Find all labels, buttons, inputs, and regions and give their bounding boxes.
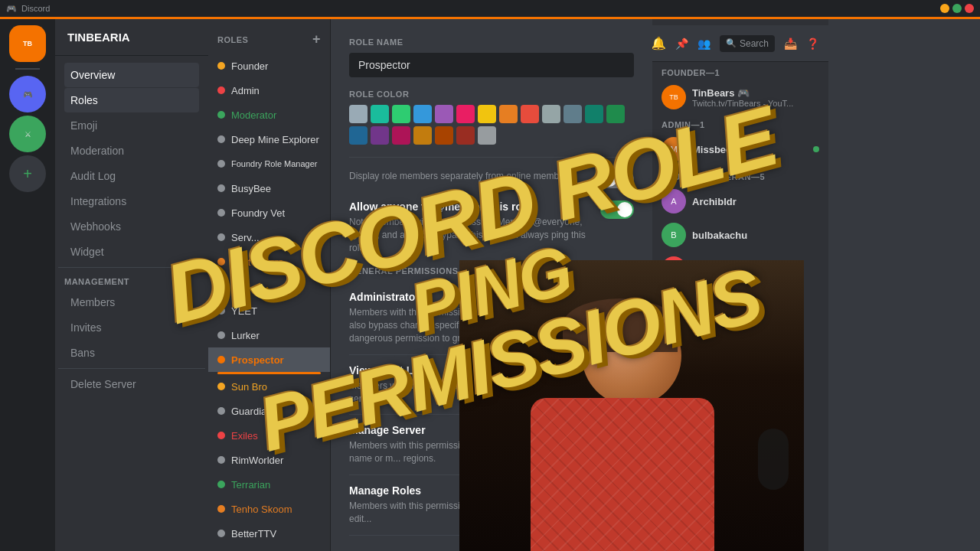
minimize-button[interactable]: _: [940, 4, 949, 13]
role-dot-moderator: [217, 111, 225, 119]
color-swatch-9[interactable]: [542, 105, 560, 123]
role-item-deep-mine-explorer[interactable]: Deep Mine Explorer: [208, 127, 330, 152]
role-item-admin[interactable]: Admin: [208, 78, 330, 103]
members-icon[interactable]: 👥: [697, 37, 710, 50]
sidebar-item-audit-log[interactable]: Audit Log: [64, 164, 199, 188]
role-item-exiles[interactable]: Exiles: [208, 423, 330, 448]
color-swatch-5[interactable]: [456, 105, 475, 123]
sidebar-item-webhooks[interactable]: Webhooks: [64, 214, 199, 239]
server-icon-add[interactable]: +: [9, 155, 46, 192]
role-item-sun-bro[interactable]: Sun Bro: [208, 374, 330, 399]
sidebar-item-overview[interactable]: Overview: [64, 63, 199, 87]
role-label-bettertv: BetterTTV: [231, 528, 276, 540]
role-item-yeet[interactable]: YEET: [208, 298, 330, 323]
member-name-missbee: Missbee 🐝: [692, 144, 807, 155]
role-item-busybee[interactable]: BusyBee: [208, 176, 330, 201]
member-item-archibldr[interactable]: A Archibldr: [652, 184, 828, 218]
server-name[interactable]: TINBEARIA: [55, 19, 208, 56]
server-icon-tinbearia[interactable]: TB: [9, 25, 46, 62]
color-swatch-17[interactable]: [435, 126, 453, 145]
server-list-divider: [15, 68, 40, 70]
color-swatch-13[interactable]: [349, 126, 368, 145]
sidebar-separator-1: [58, 267, 205, 268]
role-item-loot-miners[interactable]: Loot Miners: [208, 249, 330, 274]
color-swatch-1[interactable]: [371, 105, 389, 123]
color-swatch-4[interactable]: [435, 105, 453, 123]
close-button[interactable]: ✕: [965, 4, 974, 13]
sidebar-item-delete-server[interactable]: Delete Server: [64, 372, 199, 396]
display-separately-label: Display role members separately from onl…: [349, 170, 572, 183]
search-placeholder: Search: [740, 38, 769, 49]
main-content: TB 🎮 ⚔ + TINBEARIA Overview Roles Emoji: [0, 19, 980, 551]
color-swatch-2[interactable]: [392, 105, 410, 123]
display-separately-toggle[interactable]: [600, 170, 634, 188]
color-swatch-18[interactable]: [456, 126, 475, 145]
member-avatar-missbee: M: [662, 137, 686, 161]
member-status-tinbears: Twitch.tv/TinBears - YouT...: [692, 99, 819, 108]
add-role-button[interactable]: +: [312, 31, 321, 47]
maximize-button[interactable]: □: [952, 4, 962, 13]
color-swatch-15[interactable]: [392, 126, 410, 145]
color-swatch-7[interactable]: [499, 105, 518, 123]
role-dot-foundry-manager: [217, 160, 225, 168]
color-swatch-19[interactable]: [478, 126, 496, 145]
sidebar-item-integrations[interactable]: Integrations: [64, 189, 199, 214]
sidebar-item-widget[interactable]: Widget: [64, 240, 199, 264]
color-swatch-16[interactable]: [413, 126, 432, 145]
role-item-moderator[interactable]: Moderator: [208, 103, 330, 127]
sidebar-item-emoji[interactable]: Emoji: [64, 113, 199, 138]
role-item-terrarian[interactable]: Terrarian: [208, 472, 330, 497]
role-item-genesis[interactable]: Genesis: [208, 546, 330, 551]
sidebar-item-invites[interactable]: Invites: [64, 315, 199, 340]
member-info-archibldr: Archibldr: [692, 196, 819, 207]
window-chrome: 🎮 Discord _ □ ✕: [0, 0, 980, 17]
role-item-foundry-role-manager[interactable]: Foundry Role Manager: [208, 152, 330, 176]
role-item-founder[interactable]: Founder: [208, 54, 330, 78]
pin-icon[interactable]: 📌: [675, 37, 688, 50]
member-item-missbee[interactable]: M Missbee 🐝: [652, 132, 828, 166]
inbox-icon[interactable]: 📥: [784, 37, 797, 50]
allow-ping-toggle[interactable]: [600, 201, 634, 219]
sidebar-item-moderation[interactable]: Moderation: [64, 139, 199, 163]
webcam-area: [459, 260, 804, 551]
role-name-input[interactable]: [349, 53, 634, 77]
sidebar-item-bans[interactable]: Bans: [64, 341, 199, 365]
role-dot-deep-mine: [217, 135, 225, 143]
color-swatch-14[interactable]: [371, 126, 389, 145]
role-item-vip[interactable]: VIP: [208, 274, 330, 298]
color-swatch-10[interactable]: [564, 105, 582, 123]
role-item-prospector[interactable]: Prospector: [208, 347, 330, 372]
role-item-tenho-skoom[interactable]: Tenho Skoom: [208, 497, 330, 521]
bell-icon[interactable]: 🔔: [652, 36, 666, 51]
role-dot-founder: [217, 62, 225, 70]
role-label-guardian: Guardian: [231, 406, 272, 417]
member-item-bulbakachu[interactable]: B bulbakachu: [652, 218, 828, 252]
topbar: 🔔 📌 👥 🔍 Search 📥 ❓: [652, 25, 828, 62]
server-icon-1[interactable]: 🎮: [9, 76, 46, 112]
server-icon-2[interactable]: ⚔: [9, 116, 46, 152]
role-dot-sun-bro: [217, 383, 225, 390]
role-item-rimworlder[interactable]: RimWorlder: [208, 448, 330, 472]
channel-sidebar: TINBEARIA Overview Roles Emoji Moderatio…: [55, 19, 208, 551]
color-swatch-6[interactable]: [478, 105, 496, 123]
search-bar[interactable]: 🔍 Search: [720, 35, 775, 52]
window-title: 🎮 Discord: [6, 4, 50, 14]
color-swatch-12[interactable]: [606, 105, 625, 123]
member-section-founder: FOUNDER—1: [652, 62, 828, 80]
color-swatch-3[interactable]: [413, 105, 432, 123]
color-swatch-11[interactable]: [585, 105, 603, 123]
role-item-serv[interactable]: Serv...: [208, 225, 330, 249]
role-item-bettertv[interactable]: BetterTTV: [208, 521, 330, 546]
role-item-lurker[interactable]: Lurker: [208, 323, 330, 347]
role-item-guardian[interactable]: Guardian: [208, 399, 330, 423]
member-info-tinbears: TinBears 🎮 Twitch.tv/TinBears - YouT...: [692, 87, 819, 108]
allow-ping-toggle-thumb: [617, 202, 632, 217]
member-name-bulbakachu: bulbakachu: [692, 230, 819, 241]
help-icon[interactable]: ❓: [806, 37, 819, 50]
role-item-foundry-vet[interactable]: Foundry Vet: [208, 201, 330, 225]
sidebar-item-members[interactable]: Members: [64, 290, 199, 315]
color-swatch-8[interactable]: [521, 105, 539, 123]
color-swatch-0[interactable]: [349, 105, 368, 123]
sidebar-item-roles[interactable]: Roles: [64, 88, 199, 112]
member-item-tinbears[interactable]: TB TinBears 🎮 Twitch.tv/TinBears - YouT.…: [652, 80, 828, 114]
